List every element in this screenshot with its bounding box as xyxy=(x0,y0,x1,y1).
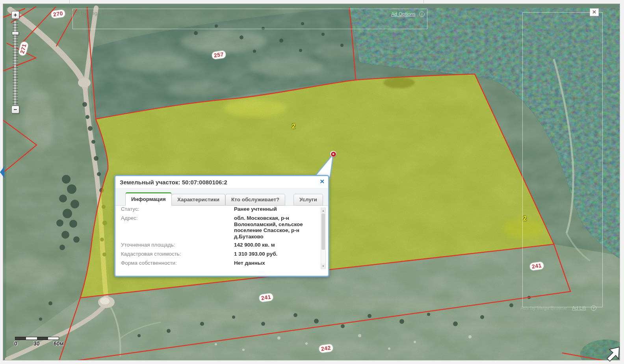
ad-info-icon-bottom[interactable]: i xyxy=(591,305,596,311)
field-label-cadastral-value: Кадастровая стоимость: xyxy=(121,251,181,257)
scale-tick-0: 0 xyxy=(14,340,17,347)
ad-close-button[interactable]: ✕ xyxy=(590,8,599,16)
cadastral-map-page: { "map": { "parcel_labels": [ {"text": "… xyxy=(0,0,624,364)
ad-info-icon-top[interactable]: i xyxy=(419,11,425,17)
zoom-slider-handle[interactable] xyxy=(12,32,19,35)
field-value-cadastral-value: 1 310 393.00 руб. xyxy=(234,251,277,257)
field-label-address: Адрес: xyxy=(121,215,137,221)
collapse-panel-arrow[interactable] xyxy=(0,166,4,178)
scroll-down-icon[interactable]: ▼ xyxy=(321,264,325,269)
parcel-info-popup: Земельный участок: 50:07:0080106:2 ✕ Инф… xyxy=(114,175,329,277)
scale-tick-30: 30 xyxy=(33,340,40,347)
popup-tab-strip: Информация Характеристики Кто обслуживае… xyxy=(115,188,328,206)
ad-lift-link[interactable]: Ad Lift xyxy=(572,305,586,311)
popup-scrollbar[interactable]: ▲ ▼ xyxy=(321,208,326,269)
popup-title: Земельный участок: 50:07:0080106:2 xyxy=(120,179,227,186)
scroll-up-icon[interactable]: ▲ xyxy=(321,208,325,213)
scale-tick-60: 60м xyxy=(54,340,64,347)
field-value-area: 142 900.00 кв. м xyxy=(234,242,275,248)
ad-frame-edge-mark xyxy=(69,0,70,4)
highlight-parcel-label-2: 2 xyxy=(292,123,295,130)
field-value-address: обл. Московская, р-н Волоколамский, сель… xyxy=(234,215,315,240)
scale-bar: 0 30 60м xyxy=(15,337,59,340)
scrollbar-thumb[interactable] xyxy=(321,214,325,250)
zoom-out-button[interactable]: − xyxy=(11,106,19,113)
tab-kto-obsluzhivaet[interactable]: Кто обслуживает? xyxy=(225,194,285,206)
ad-options-link[interactable]: Ad Options xyxy=(391,11,416,17)
ad-frame-edge-mark xyxy=(423,0,424,4)
ad-attribution-top: Ads by Mega Browse xyxy=(71,11,118,16)
tab-informacia[interactable]: Информация xyxy=(125,192,172,206)
field-label-area: Уточненная площадь: xyxy=(121,242,175,248)
ad-attribution-bottom: Ads by Mega Browse xyxy=(520,305,567,311)
field-label-status: Статус: xyxy=(121,206,139,212)
scale-bar-segments xyxy=(15,337,59,340)
field-label-ownership: Форма собственности: xyxy=(121,260,177,266)
field-value-status: Ранее учтенный xyxy=(234,206,277,212)
parcel-marker[interactable] xyxy=(330,151,336,157)
zoom-in-button[interactable]: + xyxy=(11,11,19,19)
highlight-parcel-label-2b: 2 xyxy=(523,215,527,222)
tab-uslugi[interactable]: Услуги xyxy=(293,194,323,206)
field-value-ownership: Нет данных xyxy=(234,260,265,266)
popup-close-icon[interactable]: ✕ xyxy=(319,178,325,185)
tab-harakteristiki[interactable]: Характеристики xyxy=(171,194,225,206)
